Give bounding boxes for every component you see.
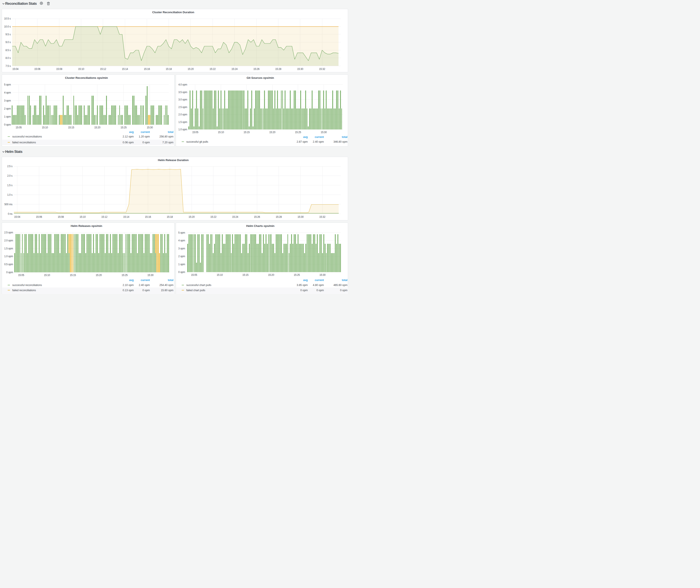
svg-text:successful reconciliations: successful reconciliations [12, 284, 42, 287]
svg-text:2.5 s: 2.5 s [7, 165, 12, 168]
svg-text:failed reconciliations: failed reconciliations [12, 289, 36, 292]
svg-text:2.0 opm: 2.0 opm [4, 239, 13, 242]
svg-text:7.20 opm: 7.20 opm [162, 141, 173, 144]
svg-text:Cluster Reconciliation Duratio: Cluster Reconciliation Duration [152, 10, 194, 14]
svg-text:9.5 s: 9.5 s [5, 33, 11, 36]
svg-text:total: total [342, 136, 347, 139]
svg-text:500 ms: 500 ms [4, 203, 12, 206]
svg-text:15:24: 15:24 [232, 215, 238, 218]
svg-text:current: current [141, 131, 150, 134]
svg-text:15:10: 15:10 [78, 67, 84, 70]
svg-text:15:25: 15:25 [121, 273, 128, 276]
svg-text:successful chart pulls: successful chart pulls [186, 284, 211, 287]
svg-text:15:14: 15:14 [123, 215, 129, 218]
svg-text:2.87 opm: 2.87 opm [297, 140, 308, 143]
svg-text:3 opm: 3 opm [178, 247, 185, 250]
svg-text:2.0 opm: 2.0 opm [178, 113, 187, 116]
svg-text:2.40 opm: 2.40 opm [313, 140, 324, 143]
svg-text:1.5 opm: 1.5 opm [178, 121, 187, 124]
svg-text:465.60 opm: 465.60 opm [333, 284, 347, 287]
svg-text:15:10: 15:10 [218, 131, 224, 134]
svg-text:15:22: 15:22 [210, 67, 216, 70]
svg-text:current: current [315, 278, 324, 281]
svg-text:Helm Charts ops/min: Helm Charts ops/min [246, 224, 274, 227]
svg-text:15:20: 15:20 [188, 67, 194, 70]
svg-text:4.0 opm: 4.0 opm [178, 83, 187, 86]
svg-text:0 opm: 0 opm [4, 123, 11, 126]
svg-text:15:15: 15:15 [242, 273, 248, 276]
svg-text:1.0 opm: 1.0 opm [4, 255, 13, 258]
svg-text:15:24: 15:24 [231, 67, 238, 70]
svg-text:15:06: 15:06 [34, 67, 40, 70]
svg-text:0 opm: 0 opm [178, 271, 185, 274]
svg-text:15:04: 15:04 [12, 67, 19, 70]
svg-text:1 opm: 1 opm [4, 115, 11, 118]
svg-text:15:10: 15:10 [42, 126, 48, 129]
svg-text:2 opm: 2 opm [178, 255, 185, 258]
svg-text:2.10 opm: 2.10 opm [123, 284, 134, 287]
svg-text:15:22: 15:22 [210, 215, 217, 218]
svg-text:0.5 opm: 0.5 opm [4, 263, 13, 266]
svg-text:0 opm: 0 opm [316, 289, 324, 292]
svg-text:3.5 opm: 3.5 opm [178, 91, 187, 94]
svg-text:4 opm: 4 opm [4, 91, 11, 94]
svg-text:15:32: 15:32 [319, 67, 325, 70]
svg-text:1.5 s: 1.5 s [7, 184, 12, 187]
svg-text:15:05: 15:05 [18, 273, 24, 276]
svg-text:15:32: 15:32 [319, 215, 326, 218]
svg-text:15:04: 15:04 [14, 215, 20, 218]
svg-text:0 opm: 0 opm [142, 289, 150, 292]
svg-text:15:26: 15:26 [253, 67, 260, 70]
svg-text:Git Sources ops/min: Git Sources ops/min [247, 76, 274, 79]
svg-text:total: total [168, 131, 173, 134]
svg-text:failed reconciliations: failed reconciliations [12, 141, 36, 144]
svg-text:1 opm: 1 opm [178, 263, 185, 266]
svg-text:Helm Releases ops/min: Helm Releases ops/min [71, 224, 102, 227]
svg-text:9.0 s: 9.0 s [5, 41, 11, 44]
svg-text:15:16: 15:16 [145, 215, 151, 218]
svg-text:Cluster Reconciliations ops/mi: Cluster Reconciliations ops/min [65, 76, 108, 79]
svg-text:254.40 opm: 254.40 opm [159, 284, 173, 287]
svg-text:15:12: 15:12 [101, 215, 108, 218]
svg-text:0 opm: 0 opm [142, 141, 150, 144]
svg-text:346.80 opm: 346.80 opm [333, 140, 347, 143]
svg-text:2.12 opm: 2.12 opm [123, 135, 134, 138]
svg-text:avg: avg [129, 131, 134, 134]
svg-text:15:10: 15:10 [79, 215, 86, 218]
svg-text:7.5 s: 7.5 s [5, 64, 11, 67]
svg-text:10.5 s: 10.5 s [4, 17, 11, 20]
svg-text:Helm Release Duration: Helm Release Duration [158, 158, 189, 162]
svg-text:2.5 opm: 2.5 opm [4, 231, 13, 234]
svg-text:0 ns: 0 ns [8, 212, 12, 215]
svg-text:15:05: 15:05 [16, 126, 22, 129]
svg-text:1.0 s: 1.0 s [7, 193, 12, 196]
svg-text:2.40 opm: 2.40 opm [139, 284, 150, 287]
svg-text:2 opm: 2 opm [4, 107, 11, 110]
svg-text:15:08: 15:08 [56, 67, 63, 70]
svg-text:2.0 s: 2.0 s [7, 174, 12, 177]
svg-text:15:15: 15:15 [244, 131, 250, 134]
svg-text:15:30: 15:30 [319, 273, 326, 276]
svg-text:2.5 opm: 2.5 opm [178, 106, 187, 109]
svg-text:15:25: 15:25 [121, 126, 127, 129]
svg-text:8.0 s: 8.0 s [5, 57, 11, 60]
svg-text:15:05: 15:05 [191, 273, 197, 276]
svg-text:15:30: 15:30 [147, 273, 154, 276]
svg-text:15:20: 15:20 [94, 126, 100, 129]
svg-text:15:20: 15:20 [269, 131, 275, 134]
svg-text:3.0 opm: 3.0 opm [178, 98, 187, 101]
svg-text:15:20: 15:20 [268, 273, 274, 276]
svg-text:15:15: 15:15 [70, 273, 76, 276]
svg-text:15:28: 15:28 [276, 215, 282, 218]
svg-text:15:08: 15:08 [58, 215, 64, 218]
svg-text:5 opm: 5 opm [178, 231, 185, 234]
svg-text:1.0 opm: 1.0 opm [178, 128, 187, 131]
svg-text:0.06 opm: 0.06 opm [123, 141, 134, 144]
svg-text:total: total [342, 278, 347, 281]
svg-text:0 opm: 0 opm [300, 289, 308, 292]
svg-text:15:20: 15:20 [96, 273, 102, 276]
svg-text:1.5 opm: 1.5 opm [4, 247, 13, 250]
svg-text:1.20 opm: 1.20 opm [139, 135, 150, 138]
svg-text:avg: avg [303, 136, 308, 139]
svg-text:15:18: 15:18 [167, 215, 173, 218]
